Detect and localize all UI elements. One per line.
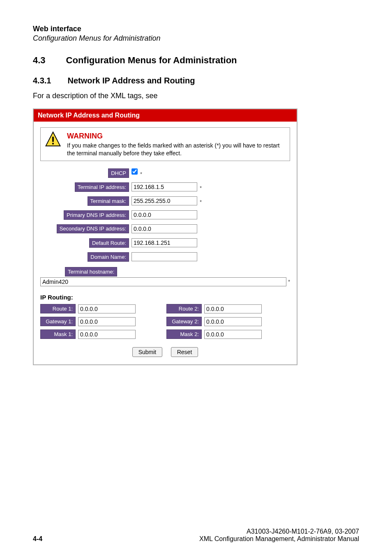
terminal-hostname-input[interactable] xyxy=(40,277,286,286)
domain-name-label: Domain Name: xyxy=(88,252,129,262)
dhcp-star: * xyxy=(140,171,142,177)
domain-name-input[interactable] xyxy=(131,252,197,261)
route1-label: Route 1: xyxy=(40,304,76,313)
header-italic: Configuration Menus for Administration xyxy=(33,34,359,43)
secondary-dns-label: Secondary DNS IP address: xyxy=(57,224,129,233)
config-panel: Network IP Address and Routing WARNING I… xyxy=(33,108,297,365)
submit-button[interactable]: Submit xyxy=(132,347,163,357)
terminal-ip-star: * xyxy=(200,185,202,191)
panel-title: Network IP Address and Routing xyxy=(34,109,297,122)
doc-name: XML Configuration Management, Administra… xyxy=(199,535,359,542)
warning-heading: WARNING xyxy=(67,131,286,141)
route2-label: Route 2: xyxy=(166,304,202,313)
page-header: Web interface Configuration Menus for Ad… xyxy=(33,25,359,43)
primary-dns-input[interactable] xyxy=(131,210,197,219)
warning-body: If you make changes to the fields marked… xyxy=(67,142,279,157)
default-route-label: Default Route: xyxy=(89,238,129,248)
warning-text: WARNING If you make changes to the field… xyxy=(67,131,286,157)
default-route-input[interactable] xyxy=(131,238,197,247)
terminal-mask-input[interactable] xyxy=(131,196,197,205)
gateway1-input[interactable] xyxy=(78,317,136,326)
svg-rect-2 xyxy=(52,143,54,145)
mask1-label: Mask 1: xyxy=(40,329,76,339)
terminal-hostname-star: * xyxy=(288,279,290,285)
mask2-label: Mask 2: xyxy=(166,329,202,339)
reset-button[interactable]: Reset xyxy=(171,347,198,357)
gateway1-label: Gateway 1: xyxy=(40,317,76,326)
mask2-input[interactable] xyxy=(204,330,262,339)
terminal-hostname-label: Terminal hostname: xyxy=(65,267,117,276)
svg-rect-1 xyxy=(52,137,54,142)
secondary-dns-input[interactable] xyxy=(131,224,197,233)
dhcp-checkbox[interactable] xyxy=(131,168,138,175)
terminal-ip-input[interactable] xyxy=(131,182,197,191)
gateway2-label: Gateway 2: xyxy=(166,317,202,326)
subsection-heading-4-3-1: 4.3.1 Network IP Address and Routing xyxy=(33,76,359,85)
section-heading-4-3: 4.3 Configuration Menus for Administrati… xyxy=(33,55,359,66)
terminal-mask-star: * xyxy=(200,199,202,205)
gateway2-input[interactable] xyxy=(204,317,262,326)
doc-id: A31003-J4260-M101-2-76A9, 03-2007 xyxy=(247,528,359,535)
primary-dns-label: Primary DNS IP address: xyxy=(64,210,129,220)
section-number: 4.3 xyxy=(33,55,46,66)
terminal-ip-label: Terminal IP address: xyxy=(75,182,129,192)
route2-input[interactable] xyxy=(204,304,262,313)
section-title: Configuration Menus for Administration xyxy=(66,55,237,66)
mask1-input[interactable] xyxy=(78,330,136,339)
intro-text: For a description of the XML tags, see xyxy=(33,92,359,100)
terminal-mask-label: Terminal mask: xyxy=(88,196,129,206)
dhcp-label: DHCP xyxy=(108,168,129,178)
subsection-title: Network IP Address and Routing xyxy=(67,76,195,85)
warning-icon xyxy=(45,131,61,147)
route1-input[interactable] xyxy=(78,304,136,313)
page-footer: 4-4 A31003-J4260-M101-2-76A9, 03-2007 XM… xyxy=(33,528,359,543)
warning-box: WARNING If you make changes to the field… xyxy=(40,127,290,161)
subsection-number: 4.3.1 xyxy=(33,76,51,85)
page-number: 4-4 xyxy=(33,535,42,543)
ip-routing-heading: IP Routing: xyxy=(40,294,290,301)
header-bold: Web interface xyxy=(33,25,359,33)
